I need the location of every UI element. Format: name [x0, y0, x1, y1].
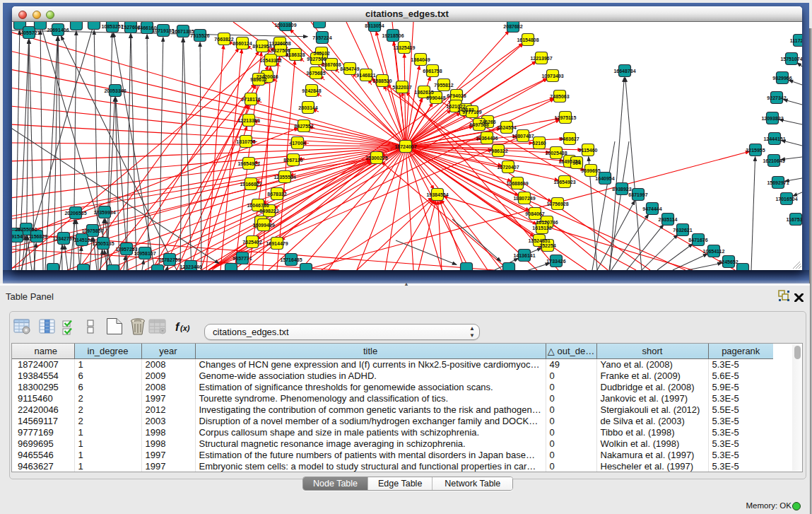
svg-text:19218506: 19218506 [382, 33, 404, 38]
svg-text:19654923: 19654923 [237, 161, 259, 166]
svg-text:1640954: 1640954 [595, 176, 614, 181]
svg-text:25300275: 25300275 [365, 156, 387, 160]
svg-text:10688609: 10688609 [506, 181, 528, 186]
svg-text:62160: 62160 [532, 141, 546, 146]
svg-text:20053346: 20053346 [104, 88, 126, 93]
svg-text:8678332: 8678332 [267, 192, 286, 197]
svg-text:9084067: 9084067 [525, 211, 544, 216]
svg-text:10973493: 10973493 [541, 74, 563, 78]
svg-text:15692971: 15692971 [767, 180, 789, 185]
svg-text:17359934: 17359934 [93, 210, 115, 215]
svg-text:12975115: 12975115 [555, 115, 577, 120]
svg-text:1167533: 1167533 [787, 217, 802, 222]
svg-text:17016504: 17016504 [775, 197, 797, 201]
svg-text:989612: 989612 [250, 77, 266, 82]
svg-text:12342737: 12342737 [52, 236, 74, 241]
svg-text:16648784: 16648784 [613, 69, 635, 74]
svg-text:114519: 114519 [74, 238, 90, 243]
svg-text:6871997: 6871997 [628, 192, 647, 197]
svg-text:20364436: 20364436 [476, 136, 498, 141]
svg-text:1362615: 1362615 [414, 90, 433, 95]
svg-text:18724007: 18724007 [394, 144, 416, 149]
svg-text:12505135: 12505135 [92, 241, 114, 246]
svg-text:19166827: 19166827 [240, 182, 261, 187]
svg-text:964: 964 [572, 160, 581, 165]
svg-text:9463627: 9463627 [560, 136, 579, 141]
svg-text:1364049: 1364049 [411, 57, 430, 62]
svg-text:f: f [175, 321, 180, 333]
svg-text:8813054: 8813054 [365, 23, 384, 28]
svg-text:10719185: 10719185 [152, 28, 174, 33]
svg-text:2803144: 2803144 [298, 105, 317, 110]
svg-text:15751074: 15751074 [780, 57, 802, 62]
svg-text:2935114: 2935114 [659, 217, 678, 222]
svg-text:12213967: 12213967 [530, 56, 552, 61]
svg-text:10756928: 10756928 [546, 201, 568, 206]
svg-text:10025438: 10025438 [545, 151, 567, 156]
svg-text:9245652: 9245652 [719, 259, 738, 264]
svg-text:8660124: 8660124 [233, 41, 252, 46]
svg-text:1588520: 1588520 [372, 78, 392, 83]
svg-text:9829966: 9829966 [772, 76, 792, 81]
svg-text:10807487: 10807487 [512, 134, 534, 139]
svg-text:7663822: 7663822 [214, 37, 233, 42]
svg-text:6961758: 6961758 [423, 69, 442, 74]
svg-text:7625402: 7625402 [242, 240, 261, 245]
svg-text:16154808: 16154808 [517, 37, 539, 42]
svg-text:16033809: 16033809 [274, 23, 296, 28]
svg-text:2087682: 2087682 [503, 24, 522, 29]
svg-text:8938923: 8938923 [612, 187, 631, 192]
svg-text:18807249: 18807249 [513, 196, 535, 201]
svg-text:16914479: 16914479 [266, 241, 288, 246]
svg-text:5322037: 5322037 [392, 85, 411, 90]
svg-text:11156829: 11156829 [26, 234, 47, 239]
svg-text:20206535: 20206535 [64, 211, 86, 216]
svg-text:26355051: 26355051 [15, 227, 37, 232]
svg-text:9115460: 9115460 [579, 148, 598, 153]
svg-text:10975857: 10975857 [81, 228, 103, 233]
svg-text:10958107: 10958107 [134, 251, 155, 256]
svg-text:6794028: 6794028 [447, 93, 466, 98]
svg-text:(x): (x) [180, 324, 190, 332]
svg-text:7515526: 7515526 [190, 33, 209, 38]
svg-text:12355594: 12355594 [273, 175, 295, 180]
svg-text:3624554: 3624554 [497, 125, 516, 130]
svg-text:10654112: 10654112 [703, 249, 725, 254]
svg-text:391549: 391549 [12, 234, 25, 239]
svg-text:1810755: 1810755 [236, 139, 255, 144]
svg-text:11325419: 11325419 [394, 45, 416, 50]
svg-text:546102: 546102 [313, 51, 329, 56]
svg-text:10853257: 10853257 [101, 24, 123, 29]
svg-text:16210643: 16210643 [763, 158, 784, 163]
svg-text:15716485: 15716485 [280, 257, 302, 262]
svg-text:1615132: 1615132 [532, 226, 551, 230]
svg-text:9699695: 9699695 [581, 168, 600, 173]
svg-text:1733426: 1733426 [546, 259, 565, 264]
svg-text:16120746: 16120746 [536, 220, 558, 225]
svg-text:15720407: 15720407 [497, 165, 519, 170]
svg-text:3675685: 3675685 [306, 71, 325, 76]
svg-text:8454749: 8454749 [340, 66, 359, 71]
svg-text:7485063: 7485063 [550, 94, 569, 99]
svg-text:14136141: 14136141 [513, 253, 535, 258]
svg-text:8498222: 8498222 [259, 209, 278, 214]
svg-text:19654923: 19654923 [553, 180, 575, 185]
svg-text:16046736: 16046736 [247, 203, 269, 208]
svg-text:12213369: 12213369 [237, 118, 259, 123]
svg-text:16099489: 16099489 [252, 223, 274, 228]
svg-text:10543382: 10543382 [259, 58, 281, 63]
svg-text:7357224: 7357224 [312, 35, 331, 40]
svg-text:12444151: 12444151 [763, 136, 785, 141]
svg-text:20691406: 20691406 [47, 28, 69, 33]
svg-text:13226058: 13226058 [269, 41, 290, 46]
svg-text:9327508: 9327508 [307, 57, 326, 62]
svg-text:6497568: 6497568 [469, 122, 488, 127]
svg-text:9146821: 9146821 [356, 73, 375, 78]
svg-text:2718176: 2718176 [241, 97, 260, 102]
svg-text:8267130: 8267130 [283, 158, 302, 163]
svg-text:13524851: 13524851 [528, 238, 550, 243]
svg-text:3215955: 3215955 [746, 148, 765, 153]
svg-text:7955812: 7955812 [434, 83, 453, 88]
svg-text:19384554: 19384554 [426, 192, 448, 197]
svg-text:9242848: 9242848 [302, 88, 321, 93]
